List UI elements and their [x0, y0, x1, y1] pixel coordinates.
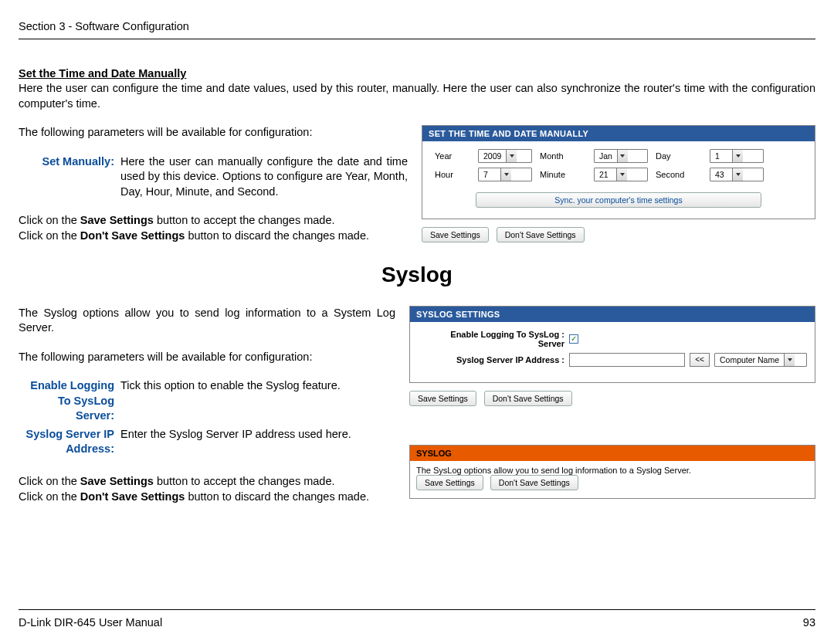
set-time-intro: Here the user can configure the time and… [19, 81, 815, 111]
param-label-set-manually: Set Manually: [19, 154, 120, 200]
syslog-ip-label: Syslog Server IP Address : [418, 355, 564, 364]
save-settings-button-3[interactable]: Save Settings [416, 475, 483, 490]
save-instruction-2: Click on the Save Settings button to acc… [19, 474, 395, 490]
chevron-down-icon [500, 168, 511, 181]
enable-logging-checkbox[interactable]: ✓ [569, 334, 578, 344]
month-select[interactable]: Jan [594, 149, 648, 163]
save-settings-button-1[interactable]: Save Settings [422, 227, 489, 242]
minute-select[interactable]: 21 [594, 168, 648, 181]
time-date-panel: SET THE TIME AND DATE MANUALLY Year 2009… [422, 125, 815, 219]
footer-page-number: 93 [803, 616, 815, 629]
syslog-info-panel: SYSLOG The SysLog options allow you to s… [409, 445, 815, 499]
footer-manual-name: D-Link DIR-645 User Manual [19, 616, 162, 629]
param-set-manually: Set Manually: Here the user can manually… [19, 154, 408, 200]
hour-select[interactable]: 7 [478, 168, 532, 181]
dont-save-button-3[interactable]: Don't Save Settings [490, 475, 578, 490]
header-section-label: Section 3 - Software Configuration [19, 20, 815, 39]
save-instruction-1: Click on the Save Settings button to acc… [19, 213, 408, 229]
syslog-info-title: SYSLOG [410, 446, 815, 461]
param-syslog-ip: Syslog Server IP Address: Enter the Sysl… [19, 427, 395, 457]
enable-logging-label: Enable Logging To SysLog :Server [418, 330, 564, 348]
time-date-panel-title: SET THE TIME AND DATE MANUALLY [422, 126, 815, 141]
syslog-ip-input[interactable] [569, 353, 685, 367]
dont-save-button-2[interactable]: Don't Save Settings [484, 391, 572, 406]
params-intro-2: The following parameters will be availab… [19, 350, 395, 365]
day-select[interactable]: 1 [710, 149, 764, 163]
syslog-settings-title: SYSLOG SETTINGS [410, 307, 815, 322]
param-desc-syslog-ip: Enter the Syslog Server IP address used … [120, 427, 395, 457]
second-select[interactable]: 43 [710, 168, 764, 181]
set-time-heading: Set the Time and Date Manually [19, 67, 815, 80]
year-label: Year [435, 151, 470, 161]
hour-label: Hour [435, 170, 470, 179]
param-desc-set-manually: Here the user can manually configure the… [120, 154, 408, 200]
chevron-down-icon [732, 150, 743, 162]
page-footer: D-Link DIR-645 User Manual 93 [19, 609, 815, 629]
param-label-syslog-ip: Syslog Server IP Address: [19, 427, 120, 457]
dont-save-button-1[interactable]: Don't Save Settings [497, 227, 585, 242]
param-desc-enable-logging: Tick this option to enable the Syslog fe… [120, 378, 395, 424]
chevron-down-icon [617, 150, 628, 162]
chevron-down-icon [506, 150, 517, 162]
syslog-intro: The Syslog options allow you to send log… [19, 306, 395, 336]
syslog-heading: Syslog [19, 263, 815, 287]
day-label: Day [656, 151, 702, 161]
second-label: Second [656, 170, 702, 179]
chevron-down-icon [732, 168, 743, 181]
syslog-info-note: The SysLog options allow you to send log… [410, 461, 815, 475]
param-label-enable-logging: Enable Logging To SysLog Server: [19, 378, 120, 424]
chevron-down-icon [784, 354, 795, 366]
dont-save-instruction-2: Click on the Don't Save Settings button … [19, 490, 395, 505]
chevron-down-icon [616, 168, 627, 181]
minute-label: Minute [540, 170, 586, 179]
computer-name-select[interactable]: Computer Name [714, 353, 807, 367]
params-intro-1: The following parameters will be availab… [19, 125, 408, 141]
year-select[interactable]: 2009 [478, 149, 532, 163]
param-enable-logging: Enable Logging To SysLog Server: Tick th… [19, 378, 395, 424]
syslog-settings-panel: SYSLOG SETTINGS Enable Logging To SysLog… [409, 306, 815, 383]
pick-computer-button[interactable]: << [690, 353, 710, 367]
dont-save-instruction-1: Click on the Don't Save Settings button … [19, 229, 408, 244]
month-label: Month [540, 151, 586, 161]
sync-time-button[interactable]: Sync. your computer's time settings [476, 192, 761, 208]
save-settings-button-2[interactable]: Save Settings [409, 391, 476, 406]
